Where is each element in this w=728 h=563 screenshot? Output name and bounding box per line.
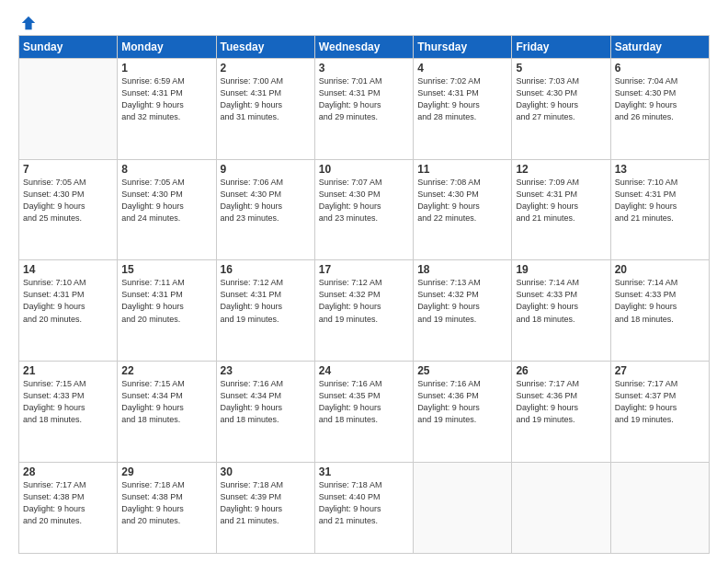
calendar-cell: 2Sunrise: 7:00 AMSunset: 4:31 PMDaylight…	[216, 59, 314, 160]
day-detail: Sunrise: 7:18 AMSunset: 4:40 PMDaylight:…	[319, 479, 409, 527]
page: SundayMondayTuesdayWednesdayThursdayFrid…	[0, 0, 728, 563]
day-detail: Sunrise: 7:13 AMSunset: 4:32 PMDaylight:…	[417, 277, 507, 325]
calendar-cell	[610, 462, 709, 553]
day-number: 26	[516, 364, 606, 377]
calendar-cell: 23Sunrise: 7:16 AMSunset: 4:34 PMDayligh…	[216, 362, 314, 463]
day-detail: Sunrise: 7:08 AMSunset: 4:30 PMDaylight:…	[417, 177, 507, 224]
calendar-cell: 21Sunrise: 7:15 AMSunset: 4:33 PMDayligh…	[19, 362, 118, 463]
calendar-cell: 11Sunrise: 7:08 AMSunset: 4:30 PMDayligh…	[414, 159, 512, 260]
day-header-wednesday: Wednesday	[314, 36, 413, 59]
day-detail: Sunrise: 7:14 AMSunset: 4:33 PMDaylight:…	[516, 277, 606, 325]
calendar-cell: 25Sunrise: 7:16 AMSunset: 4:36 PMDayligh…	[414, 362, 512, 463]
day-header-sunday: Sunday	[19, 36, 118, 59]
calendar-cell: 18Sunrise: 7:13 AMSunset: 4:32 PMDayligh…	[414, 260, 512, 362]
calendar-cell	[414, 462, 512, 553]
calendar-header-row: SundayMondayTuesdayWednesdayThursdayFrid…	[19, 36, 710, 59]
day-detail: Sunrise: 7:07 AMSunset: 4:30 PMDaylight:…	[319, 177, 409, 224]
calendar-cell: 28Sunrise: 7:17 AMSunset: 4:38 PMDayligh…	[19, 462, 118, 553]
day-number: 15	[121, 263, 211, 276]
calendar-cell: 9Sunrise: 7:06 AMSunset: 4:30 PMDaylight…	[216, 159, 314, 260]
day-detail: Sunrise: 7:17 AMSunset: 4:37 PMDaylight:…	[615, 378, 705, 426]
day-header-friday: Friday	[512, 36, 610, 59]
calendar-cell: 1Sunrise: 6:59 AMSunset: 4:31 PMDaylight…	[118, 59, 216, 160]
calendar-week-3: 14Sunrise: 7:10 AMSunset: 4:31 PMDayligh…	[19, 260, 710, 362]
calendar-week-1: 1Sunrise: 6:59 AMSunset: 4:31 PMDaylight…	[19, 59, 710, 160]
calendar-week-2: 7Sunrise: 7:05 AMSunset: 4:30 PMDaylight…	[19, 159, 710, 260]
calendar-cell: 7Sunrise: 7:05 AMSunset: 4:30 PMDaylight…	[19, 159, 118, 260]
day-number: 6	[615, 62, 705, 75]
calendar-cell: 19Sunrise: 7:14 AMSunset: 4:33 PMDayligh…	[512, 260, 610, 362]
calendar-cell: 8Sunrise: 7:05 AMSunset: 4:30 PMDaylight…	[118, 159, 216, 260]
day-number: 19	[516, 263, 606, 276]
day-detail: Sunrise: 7:05 AMSunset: 4:30 PMDaylight:…	[121, 177, 211, 224]
day-detail: Sunrise: 7:14 AMSunset: 4:33 PMDaylight:…	[615, 277, 705, 325]
day-detail: Sunrise: 7:12 AMSunset: 4:31 PMDaylight:…	[221, 277, 311, 325]
day-number: 3	[319, 62, 409, 75]
day-detail: Sunrise: 7:06 AMSunset: 4:30 PMDaylight:…	[221, 177, 311, 224]
day-detail: Sunrise: 7:10 AMSunset: 4:31 PMDaylight:…	[615, 177, 705, 224]
logo-text	[18, 15, 37, 31]
calendar: SundayMondayTuesdayWednesdayThursdayFrid…	[18, 35, 710, 554]
day-detail: Sunrise: 7:03 AMSunset: 4:30 PMDaylight:…	[516, 75, 606, 123]
day-number: 21	[23, 364, 113, 377]
day-number: 11	[417, 163, 507, 176]
day-number: 24	[319, 364, 409, 377]
calendar-cell: 31Sunrise: 7:18 AMSunset: 4:40 PMDayligh…	[314, 462, 413, 553]
day-number: 7	[23, 163, 113, 176]
day-detail: Sunrise: 7:15 AMSunset: 4:34 PMDaylight:…	[121, 378, 211, 426]
day-detail: Sunrise: 7:02 AMSunset: 4:31 PMDaylight:…	[417, 75, 507, 123]
calendar-cell: 14Sunrise: 7:10 AMSunset: 4:31 PMDayligh…	[19, 260, 118, 362]
day-detail: Sunrise: 7:09 AMSunset: 4:31 PMDaylight:…	[516, 177, 606, 224]
calendar-cell: 27Sunrise: 7:17 AMSunset: 4:37 PMDayligh…	[610, 362, 709, 463]
day-number: 2	[221, 62, 311, 75]
day-header-tuesday: Tuesday	[216, 36, 314, 59]
calendar-cell: 29Sunrise: 7:18 AMSunset: 4:38 PMDayligh…	[118, 462, 216, 553]
calendar-cell: 30Sunrise: 7:18 AMSunset: 4:39 PMDayligh…	[216, 462, 314, 553]
calendar-cell: 10Sunrise: 7:07 AMSunset: 4:30 PMDayligh…	[314, 159, 413, 260]
day-detail: Sunrise: 7:17 AMSunset: 4:38 PMDaylight:…	[23, 479, 113, 527]
day-detail: Sunrise: 7:11 AMSunset: 4:31 PMDaylight:…	[121, 277, 211, 325]
day-detail: Sunrise: 7:15 AMSunset: 4:33 PMDaylight:…	[23, 378, 113, 426]
day-number: 18	[417, 263, 507, 276]
day-number: 13	[615, 163, 705, 176]
day-detail: Sunrise: 7:05 AMSunset: 4:30 PMDaylight:…	[23, 177, 113, 224]
calendar-cell	[512, 462, 610, 553]
calendar-cell: 4Sunrise: 7:02 AMSunset: 4:31 PMDaylight…	[414, 59, 512, 160]
day-number: 10	[319, 163, 409, 176]
day-number: 31	[319, 465, 409, 478]
calendar-cell: 16Sunrise: 7:12 AMSunset: 4:31 PMDayligh…	[216, 260, 314, 362]
day-number: 20	[615, 263, 705, 276]
day-detail: Sunrise: 7:16 AMSunset: 4:36 PMDaylight:…	[417, 378, 507, 426]
day-detail: Sunrise: 7:01 AMSunset: 4:31 PMDaylight:…	[319, 75, 409, 123]
day-header-thursday: Thursday	[414, 36, 512, 59]
day-detail: Sunrise: 6:59 AMSunset: 4:31 PMDaylight:…	[121, 75, 211, 123]
day-detail: Sunrise: 7:16 AMSunset: 4:35 PMDaylight:…	[319, 378, 409, 426]
day-header-saturday: Saturday	[610, 36, 709, 59]
calendar-cell: 24Sunrise: 7:16 AMSunset: 4:35 PMDayligh…	[314, 362, 413, 463]
day-detail: Sunrise: 7:12 AMSunset: 4:32 PMDaylight:…	[319, 277, 409, 325]
calendar-cell: 20Sunrise: 7:14 AMSunset: 4:33 PMDayligh…	[610, 260, 709, 362]
day-number: 29	[121, 465, 211, 478]
day-number: 12	[516, 163, 606, 176]
day-detail: Sunrise: 7:00 AMSunset: 4:31 PMDaylight:…	[221, 75, 311, 123]
day-number: 8	[121, 163, 211, 176]
calendar-cell: 12Sunrise: 7:09 AMSunset: 4:31 PMDayligh…	[512, 159, 610, 260]
calendar-cell: 5Sunrise: 7:03 AMSunset: 4:30 PMDaylight…	[512, 59, 610, 160]
day-number: 22	[121, 364, 211, 377]
day-number: 5	[516, 62, 606, 75]
calendar-cell	[19, 59, 118, 160]
logo	[18, 15, 37, 28]
day-number: 23	[221, 364, 311, 377]
day-header-monday: Monday	[118, 36, 216, 59]
day-number: 9	[221, 163, 311, 176]
calendar-cell: 13Sunrise: 7:10 AMSunset: 4:31 PMDayligh…	[610, 159, 709, 260]
calendar-cell: 22Sunrise: 7:15 AMSunset: 4:34 PMDayligh…	[118, 362, 216, 463]
calendar-week-5: 28Sunrise: 7:17 AMSunset: 4:38 PMDayligh…	[19, 462, 710, 553]
day-detail: Sunrise: 7:16 AMSunset: 4:34 PMDaylight:…	[221, 378, 311, 426]
day-number: 28	[23, 465, 113, 478]
day-number: 25	[417, 364, 507, 377]
calendar-cell: 6Sunrise: 7:04 AMSunset: 4:30 PMDaylight…	[610, 59, 709, 160]
day-number: 17	[319, 263, 409, 276]
day-number: 1	[121, 62, 211, 75]
logo-icon	[20, 15, 37, 31]
